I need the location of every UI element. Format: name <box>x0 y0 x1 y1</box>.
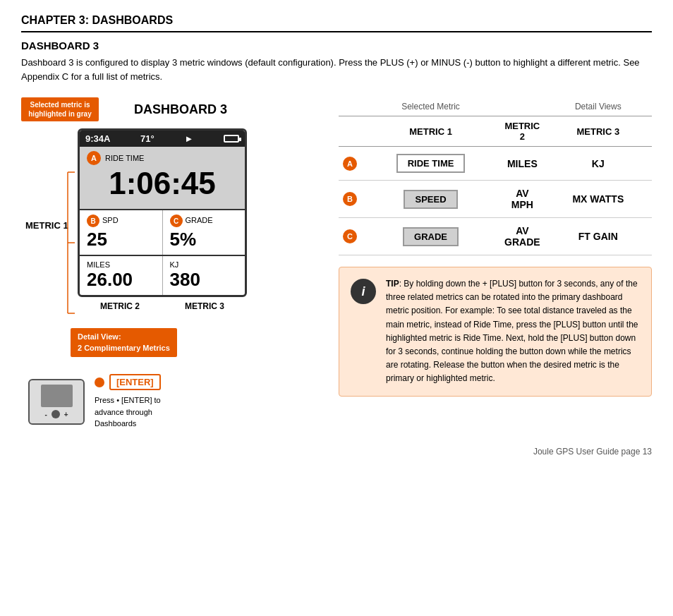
battery-icon <box>224 135 239 143</box>
dashboard-label-row: Selected metric is highlighted in gray D… <box>21 97 317 121</box>
kj-value: 380 <box>170 269 238 291</box>
mini-buttons: - + <box>44 410 68 418</box>
enter-text: Press • [ENTER] toadvance throughDashboa… <box>95 394 161 430</box>
miles-value: 26.00 <box>87 269 155 291</box>
tip-icon: i <box>351 279 376 304</box>
tip-box: i TIP: By holding down the + [PLUS] butt… <box>339 267 652 397</box>
device-frame: 9:34A 71° ► A RIDE TIME 1:06:45 <box>78 128 247 297</box>
row-b-metric1-box: SPEED <box>404 190 457 209</box>
enter-label-box: [ENTER] <box>109 374 161 390</box>
row-a-metric2: MILES <box>500 147 545 181</box>
grade-value: 5% <box>170 229 238 250</box>
th-metric2: METRIC 2 <box>500 116 545 147</box>
metric23-bottom-labels: METRIC 2 METRIC 3 <box>78 301 247 311</box>
row-c-metric2: AV GRADE <box>500 218 545 255</box>
main-content: Selected metric is highlighted in gray D… <box>21 97 652 430</box>
device-temp: 71° <box>140 133 154 144</box>
metric3-bottom-label: METRIC 3 <box>185 301 224 311</box>
device-time: 9:34A <box>85 133 110 144</box>
row-c-annotation: C <box>339 218 361 255</box>
ride-time-value: 1:06:45 <box>87 167 238 200</box>
tip-text: By holding down the + [PLUS] button for … <box>386 279 638 383</box>
row-b-annotation: B <box>339 181 361 218</box>
metric-c-cell: C GRADE 5% <box>163 210 245 255</box>
metric2-bottom-label: METRIC 2 <box>100 301 140 311</box>
section-heading: DASHBOARD 3 <box>21 40 652 52</box>
grade-label: GRADE <box>186 216 213 224</box>
row-b-metric2: AV MPH <box>500 181 545 218</box>
chapter-heading: CHAPTER 3: DASHBOARDS <box>21 14 652 32</box>
annotation-c: C <box>170 215 183 227</box>
bracket-lines <box>68 172 75 313</box>
spd-value: 25 <box>87 229 155 250</box>
enter-section: - + [ENTER] Press • [ENTER] toadvance th… <box>28 374 317 430</box>
tip-content: TIP: By holding down the + [PLUS] button… <box>386 277 640 386</box>
row-b-metric3: MX WATTS <box>545 181 652 218</box>
annotation-circle-a: A <box>343 157 357 171</box>
metric-b-cell: B SPD 25 <box>80 210 163 255</box>
miles-label: MILES <box>87 260 155 269</box>
dashboard3-title: DASHBOARD 3 <box>134 102 227 117</box>
col-empty <box>339 97 361 116</box>
row-c-metric1: GRADE <box>361 218 500 255</box>
row-b-metric1: SPEED <box>361 181 500 218</box>
enter-circle-icon <box>95 378 104 387</box>
annotation-b: B <box>87 215 99 227</box>
annotation-circle-b: B <box>343 192 357 206</box>
page-footer: Joule GPS User Guide page 13 <box>21 447 652 457</box>
metric-bc-row: B SPD 25 C GRADE 5% <box>80 210 245 256</box>
spd-label: SPD <box>102 216 119 224</box>
mini-center-btn <box>51 410 60 418</box>
enter-button-label: [ENTER] <box>95 374 161 390</box>
metric1-side-label: METRIC 1 <box>25 220 68 231</box>
tip-label: TIP <box>386 279 399 289</box>
plus-label: + <box>64 411 68 418</box>
row-c-metric1-box: GRADE <box>403 227 459 246</box>
minus-label: - <box>44 411 47 418</box>
table-row-c: C GRADE AV GRADE FT GAIN <box>339 218 652 255</box>
annotation-a: A <box>87 151 101 165</box>
th-metric1: METRIC 1 <box>361 116 500 147</box>
metric-23-row: MILES 26.00 KJ 380 <box>80 256 245 295</box>
row-c-metric3: FT GAIN <box>545 218 652 255</box>
table-row-b: B SPEED AV MPH MX WATTS <box>339 181 652 218</box>
metric1-area: A RIDE TIME 1:06:45 <box>80 147 245 210</box>
metric3-cell: KJ 380 <box>163 256 245 295</box>
nav-arrow: ► <box>184 133 193 144</box>
detail-view-badge: Detail View:2 Complimentary Metrics <box>71 328 177 357</box>
row-a-metric1-box: RIDE TIME <box>396 154 466 173</box>
kj-label: KJ <box>170 260 238 269</box>
mini-screen <box>41 385 73 407</box>
left-panel: Selected metric is highlighted in gray D… <box>21 97 317 430</box>
ride-time-label: RIDE TIME <box>105 154 144 162</box>
detail-view-badge-container: Detail View:2 Complimentary Metrics <box>71 320 317 357</box>
mini-device: - + <box>28 379 85 425</box>
row-a-metric3: KJ <box>545 147 652 181</box>
metrics-table: Selected Metric Detail Views METRIC 1 ME… <box>339 97 652 255</box>
th-empty <box>339 116 361 147</box>
annotation-circle-c: C <box>343 229 357 243</box>
metric2-cell: MILES 26.00 <box>80 256 163 295</box>
enter-label-area: [ENTER] Press • [ENTER] toadvance throug… <box>95 374 161 430</box>
intro-text: Dashboard 3 is configured to display 3 m… <box>21 56 642 83</box>
row-a-metric1: RIDE TIME <box>361 147 500 181</box>
table-row-a: A RIDE TIME MILES KJ <box>339 147 652 181</box>
col-detail-views: Detail Views <box>545 97 652 116</box>
col-divider <box>500 97 545 116</box>
device-status-bar: 9:34A 71° ► <box>80 131 245 147</box>
row-a-annotation: A <box>339 147 361 181</box>
th-metric3: METRIC 3 <box>545 116 652 147</box>
selected-metric-badge: Selected metric is highlighted in gray <box>21 97 99 121</box>
col-selected-metric: Selected Metric <box>361 97 500 116</box>
right-panel: Selected Metric Detail Views METRIC 1 ME… <box>339 97 652 397</box>
